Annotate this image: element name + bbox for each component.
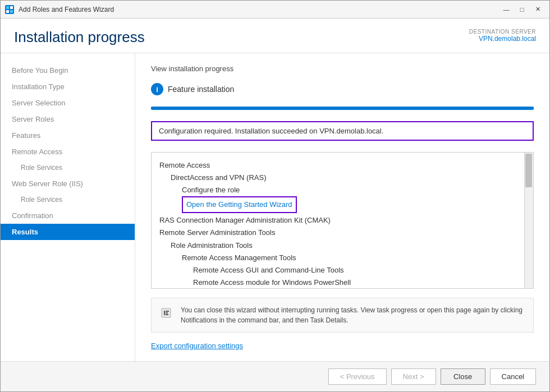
feature-install-label: Feature installation bbox=[168, 85, 234, 94]
content-area: Installation progress DESTINATION SERVER… bbox=[1, 19, 549, 361]
sidebar-item-server-selection: Server Selection bbox=[1, 95, 135, 111]
main-content: View installation progress i Feature ins… bbox=[135, 53, 549, 361]
title-bar-left: Add Roles and Features Wizard bbox=[5, 5, 114, 14]
sidebar-item-before-you-begin: Before You Begin bbox=[1, 62, 135, 79]
sidebar-item-remote-access: Remote Access bbox=[1, 144, 135, 160]
result-remote-access-module: Remote Access module for Windows PowerSh… bbox=[159, 276, 520, 288]
results-scrollbar[interactable] bbox=[524, 153, 533, 288]
result-remote-access-mgmt: Remote Access Management Tools bbox=[159, 252, 520, 264]
title-close-button[interactable]: ✕ bbox=[530, 4, 545, 15]
svg-rect-6 bbox=[166, 311, 169, 312]
sidebar-item-installation-type: Installation Type bbox=[1, 79, 135, 95]
info-note-icon bbox=[158, 305, 174, 321]
page-title: Installation progress bbox=[14, 29, 145, 46]
svg-rect-1 bbox=[10, 6, 13, 9]
sidebar-item-server-roles: Server Roles bbox=[1, 111, 135, 127]
svg-rect-7 bbox=[166, 312, 168, 313]
previous-button[interactable]: < Previous bbox=[328, 368, 387, 385]
title-bar: Add Roles and Features Wizard — □ ✕ bbox=[1, 1, 549, 19]
result-directaccess-vpn: DirectAccess and VPN (RAS) bbox=[159, 172, 520, 184]
result-ras-cmak: RAS Connection Manager Administration Ki… bbox=[159, 214, 520, 227]
cancel-button[interactable]: Cancel bbox=[490, 368, 536, 385]
dest-server-name: VPN.demolab.local bbox=[469, 35, 536, 43]
section-label: View installation progress bbox=[151, 64, 534, 73]
result-configure-role: Configure the role bbox=[159, 184, 520, 196]
svg-rect-3 bbox=[10, 10, 13, 13]
result-remote-access: Remote Access bbox=[159, 159, 520, 172]
window-title: Add Roles and Features Wizard bbox=[19, 6, 114, 13]
export-link[interactable]: Export configuration settings bbox=[151, 342, 534, 350]
app-icon bbox=[5, 5, 14, 14]
result-remote-server-admin: Remote Server Administration Tools bbox=[159, 227, 520, 239]
sidebar-item-role-services-1: Role Services bbox=[1, 160, 135, 176]
result-role-admin-tools: Role Administration Tools bbox=[159, 239, 520, 252]
sidebar-item-features: Features bbox=[1, 127, 135, 144]
results-scroll-inner: Remote Access DirectAccess and VPN (RAS)… bbox=[152, 153, 533, 288]
result-getting-started-link[interactable]: Open the Getting Started Wizard bbox=[182, 196, 297, 213]
progress-bar bbox=[151, 107, 534, 110]
dest-server-label: DESTINATION SERVER bbox=[469, 29, 536, 35]
result-remote-access-gui: Remote Access GUI and Command-Line Tools bbox=[159, 264, 520, 276]
sidebar-item-confirmation: Confirmation bbox=[1, 207, 135, 224]
sidebar-item-results: Results bbox=[1, 224, 135, 240]
body-area: Before You Begin Installation Type Serve… bbox=[1, 53, 549, 361]
svg-rect-0 bbox=[6, 6, 9, 9]
info-icon: i bbox=[151, 83, 163, 95]
status-message: Configuration required. Installation suc… bbox=[151, 121, 534, 141]
feature-install-row: i Feature installation bbox=[151, 83, 534, 95]
wizard-window: Add Roles and Features Wizard — □ ✕ Inst… bbox=[0, 0, 550, 392]
info-note-row: You can close this wizard without interr… bbox=[151, 298, 534, 333]
scrollbar-thumb bbox=[525, 154, 532, 187]
next-button[interactable]: Next > bbox=[391, 368, 436, 385]
close-button[interactable]: Close bbox=[441, 368, 485, 385]
sidebar-item-web-server-role: Web Server Role (IIS) bbox=[1, 176, 135, 192]
main-title-bar: Installation progress DESTINATION SERVER… bbox=[1, 19, 549, 53]
svg-rect-2 bbox=[6, 10, 9, 13]
minimize-button[interactable]: — bbox=[499, 4, 514, 15]
svg-rect-5 bbox=[164, 311, 165, 315]
footer: < Previous Next > Close Cancel bbox=[1, 361, 549, 391]
results-container[interactable]: Remote Access DirectAccess and VPN (RAS)… bbox=[151, 152, 534, 289]
maximize-button[interactable]: □ bbox=[515, 4, 529, 15]
destination-server-info: DESTINATION SERVER VPN.demolab.local bbox=[469, 29, 536, 43]
info-note-text: You can close this wizard without interr… bbox=[181, 305, 526, 325]
svg-rect-8 bbox=[166, 314, 168, 315]
window-controls: — □ ✕ bbox=[499, 4, 545, 15]
sidebar-item-role-services-2: Role Services bbox=[1, 192, 135, 207]
sidebar: Before You Begin Installation Type Serve… bbox=[1, 53, 135, 361]
